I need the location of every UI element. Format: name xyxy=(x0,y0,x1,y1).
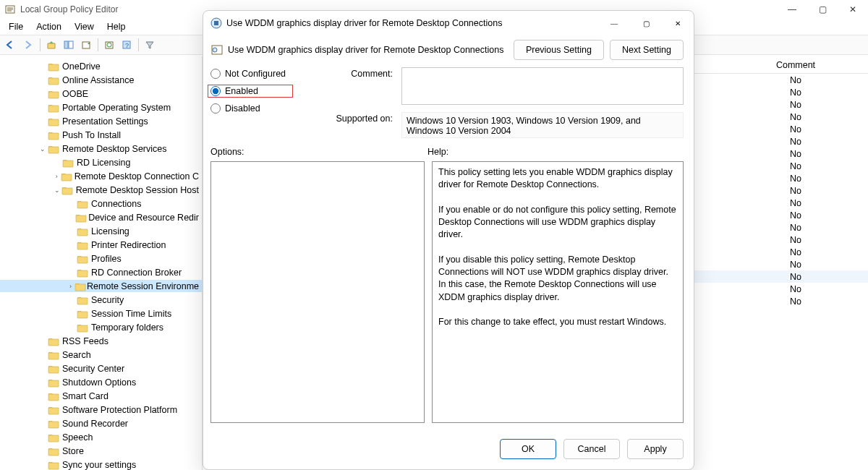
dialog-heading: Use WDDM graphics display driver for Rem… xyxy=(228,45,514,55)
list-cell-comment: No xyxy=(723,137,868,147)
svg-rect-5 xyxy=(69,41,73,48)
tree-item-label: Remote Session Environme xyxy=(87,281,202,291)
list-cell-comment: No xyxy=(723,247,868,257)
list-col-comment[interactable]: Comment xyxy=(723,60,868,70)
dialog-maximize-button[interactable]: ▢ xyxy=(630,12,662,34)
list-cell-comment: No xyxy=(723,296,868,307)
tree-item-security[interactable]: Security xyxy=(0,294,202,306)
toolbar-export-button[interactable] xyxy=(78,37,94,53)
ok-button[interactable]: OK xyxy=(500,439,556,459)
toolbar-refresh-button[interactable] xyxy=(101,37,117,53)
tree-item-shutdown-options[interactable]: Shutdown Options xyxy=(0,376,202,388)
tree-item-remote-desktop-session-host[interactable]: ⌄Remote Desktop Session Host xyxy=(0,184,202,196)
tree-item-oobe[interactable]: OOBE xyxy=(0,87,202,100)
menu-view[interactable]: View xyxy=(69,20,100,33)
tree-item-temporary-folders[interactable]: Temporary folders xyxy=(0,321,202,333)
tree-item-store[interactable]: Store xyxy=(0,445,202,457)
tree-item-presentation-settings[interactable]: Presentation Settings xyxy=(0,115,202,127)
radio-enabled[interactable]: Enabled xyxy=(208,85,293,98)
folder-icon xyxy=(48,75,59,85)
tree-item-label: Online Assistance xyxy=(62,75,137,85)
tree-item-rd-licensing[interactable]: RD Licensing xyxy=(0,156,202,168)
folder-icon xyxy=(75,213,85,223)
tree-item-rd-connection-broker[interactable]: RD Connection Broker xyxy=(0,266,202,278)
tree-item-label: RSS Feeds xyxy=(62,336,111,346)
folder-icon xyxy=(48,116,59,127)
tree-item-remote-desktop-services[interactable]: ⌄Remote Desktop Services xyxy=(0,142,202,155)
tree-item-label: OneDrive xyxy=(62,61,103,72)
tree-item-label: Session Time Limits xyxy=(91,309,174,319)
dialog-close-button[interactable]: ✕ xyxy=(662,12,694,34)
toolbar-back-button[interactable] xyxy=(3,37,19,53)
radio-not-configured[interactable]: Not Configured xyxy=(210,69,290,79)
tree-item-push-to-install[interactable]: Push To Install xyxy=(0,129,202,141)
tree-item-printer-redirection[interactable]: Printer Redirection xyxy=(0,239,202,251)
tree-item-smart-card[interactable]: Smart Card xyxy=(0,390,202,402)
cancel-button[interactable]: Cancel xyxy=(563,439,620,459)
tree-item-remote-session-environment[interactable]: ›Remote Session Environme xyxy=(0,280,202,292)
folder-icon xyxy=(77,268,88,278)
main-maximize-button[interactable]: ▢ xyxy=(807,0,838,19)
tree-item-label: Shutdown Options xyxy=(62,377,139,388)
tree-item-label: RD Connection Broker xyxy=(91,268,184,278)
folder-icon xyxy=(48,377,59,388)
tree-item-connections[interactable]: Connections xyxy=(0,197,202,210)
tree-item-speech[interactable]: Speech xyxy=(0,431,202,443)
menu-file[interactable]: File xyxy=(3,20,29,33)
radio-disabled[interactable]: Disabled xyxy=(210,103,290,114)
menu-help[interactable]: Help xyxy=(101,20,132,33)
previous-setting-button[interactable]: Previous Setting xyxy=(514,40,604,60)
tree-item-onedrive[interactable]: OneDrive xyxy=(0,60,202,72)
tree-expand-icon[interactable]: ⌄ xyxy=(38,145,48,153)
tree-item-security-center[interactable]: Security Center xyxy=(0,362,202,375)
tree-item-profiles[interactable]: Profiles xyxy=(0,252,202,265)
comment-textarea[interactable] xyxy=(401,67,684,105)
tree-item-label: Remote Desktop Connection C xyxy=(75,171,202,181)
radio-enabled-input[interactable] xyxy=(210,86,221,96)
tree-item-portable-operating-system[interactable]: Portable Operating System xyxy=(0,101,202,114)
tree-item-label: Remote Desktop Session Host xyxy=(76,185,202,195)
tree-item-label: RD Licensing xyxy=(77,158,133,168)
tree-expand-icon[interactable]: › xyxy=(52,173,61,180)
radio-disabled-input[interactable] xyxy=(210,103,221,114)
tree-item-device-and-resource-redirection[interactable]: Device and Resource Redir xyxy=(0,211,202,223)
toolbar-show-hide-tree-button[interactable] xyxy=(61,37,77,53)
folder-icon xyxy=(77,295,88,305)
tree-item-session-time-limits[interactable]: Session Time Limits xyxy=(0,307,202,320)
tree-item-label: Security xyxy=(91,295,127,305)
main-close-button[interactable]: ✕ xyxy=(838,0,868,19)
folder-icon xyxy=(77,240,88,250)
tree-item-sync-your-settings[interactable]: Sync your settings xyxy=(0,458,202,470)
tree-item-label: Sync your settings xyxy=(62,460,139,470)
tree-item-label: Security Center xyxy=(62,364,127,374)
radio-not-configured-input[interactable] xyxy=(210,69,221,79)
tree-expand-icon[interactable]: › xyxy=(67,283,75,290)
tree-expand-icon[interactable]: ⌄ xyxy=(52,187,61,194)
list-cell-comment: No xyxy=(723,272,868,282)
comment-label: Comment: xyxy=(333,67,393,105)
tree-item-label: OOBE xyxy=(62,89,91,99)
toolbar-forward-button[interactable] xyxy=(20,37,36,53)
apply-button[interactable]: Apply xyxy=(627,439,684,459)
tree-item-search[interactable]: Search xyxy=(0,349,202,361)
main-minimize-button[interactable]: — xyxy=(777,0,807,19)
tree-item-label: Printer Redirection xyxy=(91,240,169,250)
menu-action[interactable]: Action xyxy=(30,20,67,33)
dialog-minimize-button[interactable]: — xyxy=(598,12,630,34)
toolbar-help-button[interactable]: ? xyxy=(119,37,135,53)
tree-item-online-assistance[interactable]: Online Assistance xyxy=(0,74,202,86)
tree-item-licensing[interactable]: Licensing xyxy=(0,225,202,237)
tree-item-remote-desktop-connection-client[interactable]: ›Remote Desktop Connection C xyxy=(0,170,202,182)
next-setting-button[interactable]: Next Setting xyxy=(610,40,684,60)
folder-icon xyxy=(48,446,59,456)
toolbar-up-button[interactable] xyxy=(43,37,59,53)
tree-item-sound-recorder[interactable]: Sound Recorder xyxy=(0,417,202,430)
folder-icon xyxy=(48,336,59,346)
folder-icon xyxy=(48,460,59,470)
tree-item-software-protection-platform[interactable]: Software Protection Platform xyxy=(0,403,202,416)
toolbar-filter-button[interactable] xyxy=(142,37,158,53)
tree-pane[interactable]: OneDriveOnline AssistanceOOBEPortable Op… xyxy=(0,56,203,470)
tree-item-rss-feeds[interactable]: RSS Feeds xyxy=(0,335,202,347)
list-cell-comment: No xyxy=(723,100,868,110)
tree-item-label: Connections xyxy=(91,199,145,209)
